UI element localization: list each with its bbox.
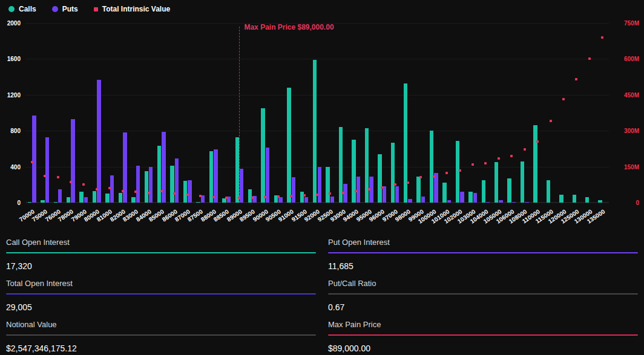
put-bar[interactable] xyxy=(473,193,477,203)
put-bar[interactable] xyxy=(486,202,490,203)
intrinsic-value-point[interactable] xyxy=(329,192,331,195)
intrinsic-value-point[interactable] xyxy=(368,188,370,191)
call-bar[interactable] xyxy=(93,191,96,203)
call-bar[interactable] xyxy=(300,192,304,203)
put-bar[interactable] xyxy=(304,197,308,203)
intrinsic-value-point[interactable] xyxy=(134,191,137,193)
call-bar[interactable] xyxy=(28,202,31,203)
put-bar[interactable] xyxy=(97,80,100,203)
call-bar[interactable] xyxy=(442,183,446,203)
call-bar[interactable] xyxy=(585,197,589,203)
intrinsic-value-point[interactable] xyxy=(96,188,98,191)
put-bar[interactable] xyxy=(123,132,126,203)
intrinsic-value-point[interactable] xyxy=(472,163,474,166)
call-bar[interactable] xyxy=(573,195,576,203)
call-bar[interactable] xyxy=(326,167,329,203)
legend-item-calls[interactable]: Calls xyxy=(8,5,36,13)
intrinsic-value-point[interactable] xyxy=(173,192,176,195)
intrinsic-value-point[interactable] xyxy=(82,183,85,186)
intrinsic-value-point[interactable] xyxy=(381,186,383,189)
call-bar[interactable] xyxy=(209,151,213,203)
put-bar[interactable] xyxy=(71,119,74,203)
intrinsic-value-point[interactable] xyxy=(524,148,526,151)
intrinsic-value-point[interactable] xyxy=(588,57,591,60)
put-bar[interactable] xyxy=(318,167,321,203)
call-bar[interactable] xyxy=(170,166,174,203)
call-bar[interactable] xyxy=(404,83,407,203)
put-bar[interactable] xyxy=(266,148,269,203)
call-bar[interactable] xyxy=(391,143,395,203)
put-bar[interactable] xyxy=(525,202,528,203)
call-bar[interactable] xyxy=(183,181,187,203)
put-bar[interactable] xyxy=(421,197,425,203)
put-bar[interactable] xyxy=(460,192,464,203)
intrinsic-value-point[interactable] xyxy=(433,175,435,178)
call-bar[interactable] xyxy=(54,202,58,203)
put-bar[interactable] xyxy=(188,180,191,203)
call-bar[interactable] xyxy=(547,180,550,203)
intrinsic-value-point[interactable] xyxy=(31,161,33,163)
intrinsic-value-point[interactable] xyxy=(407,181,409,184)
intrinsic-value-point[interactable] xyxy=(225,197,228,199)
intrinsic-value-point[interactable] xyxy=(122,190,124,192)
call-bar[interactable] xyxy=(494,162,498,203)
intrinsic-value-point[interactable] xyxy=(108,187,111,189)
put-bar[interactable] xyxy=(408,199,412,203)
intrinsic-value-point[interactable] xyxy=(212,196,215,198)
call-bar[interactable] xyxy=(521,161,524,203)
call-bar[interactable] xyxy=(352,140,355,203)
intrinsic-value-point[interactable] xyxy=(277,195,280,198)
call-bar[interactable] xyxy=(222,198,226,203)
intrinsic-value-point[interactable] xyxy=(342,192,344,194)
intrinsic-value-point[interactable] xyxy=(251,197,254,199)
call-bar[interactable] xyxy=(157,146,161,203)
call-bar[interactable] xyxy=(196,202,200,203)
put-bar[interactable] xyxy=(136,166,140,203)
call-bar[interactable] xyxy=(598,200,602,203)
put-bar[interactable] xyxy=(32,116,36,203)
put-bar[interactable] xyxy=(45,137,49,203)
call-bar[interactable] xyxy=(105,194,109,203)
put-bar[interactable] xyxy=(512,202,516,203)
intrinsic-value-point[interactable] xyxy=(575,78,577,80)
intrinsic-value-point[interactable] xyxy=(484,162,487,164)
put-bar[interactable] xyxy=(149,167,153,203)
intrinsic-value-point[interactable] xyxy=(186,194,189,196)
put-bar[interactable] xyxy=(175,158,179,203)
intrinsic-value-point[interactable] xyxy=(562,98,565,100)
call-bar[interactable] xyxy=(365,128,369,203)
put-bar[interactable] xyxy=(278,197,282,203)
call-bar[interactable] xyxy=(261,108,264,203)
call-bar[interactable] xyxy=(235,137,239,203)
call-bar[interactable] xyxy=(378,154,381,203)
intrinsic-value-point[interactable] xyxy=(264,196,266,198)
put-bar[interactable] xyxy=(214,149,217,203)
intrinsic-value-point[interactable] xyxy=(419,176,422,178)
intrinsic-value-point[interactable] xyxy=(510,155,513,157)
intrinsic-value-point[interactable] xyxy=(550,120,552,122)
call-bar[interactable] xyxy=(313,60,317,203)
legend-item-intrinsic-value[interactable]: Total Intrinsic Value xyxy=(94,5,170,13)
legend-item-puts[interactable]: Puts xyxy=(52,5,78,13)
intrinsic-value-point[interactable] xyxy=(536,140,539,143)
put-bar[interactable] xyxy=(330,197,334,203)
put-bar[interactable] xyxy=(383,186,386,203)
call-bar[interactable] xyxy=(145,171,148,203)
call-bar[interactable] xyxy=(416,177,420,203)
intrinsic-value-point[interactable] xyxy=(355,190,357,192)
call-bar[interactable] xyxy=(507,178,511,203)
call-bar[interactable] xyxy=(430,131,433,203)
call-bar[interactable] xyxy=(79,192,83,203)
call-bar[interactable] xyxy=(559,195,563,203)
call-bar[interactable] xyxy=(248,189,252,203)
call-bar[interactable] xyxy=(456,141,459,203)
intrinsic-value-point[interactable] xyxy=(394,183,396,186)
intrinsic-value-point[interactable] xyxy=(44,175,46,177)
plot-area[interactable]: Max Pain Price $89,000.00 xyxy=(25,23,609,203)
intrinsic-value-point[interactable] xyxy=(445,172,448,174)
call-bar[interactable] xyxy=(468,192,472,203)
intrinsic-value-point[interactable] xyxy=(57,176,59,178)
put-bar[interactable] xyxy=(292,177,295,203)
intrinsic-value-point[interactable] xyxy=(316,194,318,196)
put-bar[interactable] xyxy=(499,200,502,203)
